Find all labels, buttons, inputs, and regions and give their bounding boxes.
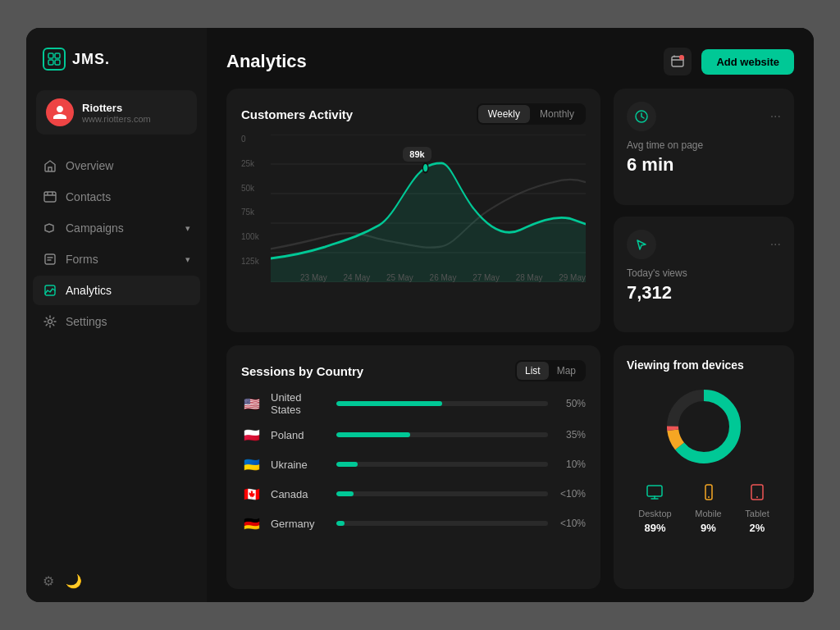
todays-views-card: ··· Today's views 7,312 (614, 217, 794, 333)
country-pct-de: <10% (556, 518, 586, 529)
profile-card[interactable]: Riotters www.riotters.com (36, 90, 197, 135)
toggle-map-btn[interactable]: Map (549, 362, 584, 380)
activity-chart: 125k 100k 75k 50k 25k 0 89k (241, 135, 586, 282)
cursor-icon-circle (627, 230, 656, 259)
country-name-ca: Canada (271, 488, 328, 500)
avatar (46, 98, 74, 126)
toggle-list-btn[interactable]: List (517, 362, 549, 380)
nav-label-contacts: Contacts (66, 190, 111, 203)
avg-time-header: ··· (627, 102, 781, 131)
country-row-pl: 🇵🇱 Poland 35% (241, 424, 586, 445)
svg-point-16 (422, 163, 428, 173)
svg-rect-6 (45, 285, 55, 295)
sidebar-item-forms[interactable]: Forms ▾ (33, 244, 200, 274)
x-label-24may: 24 May (344, 273, 371, 282)
devices-title: Viewing from devices (627, 358, 781, 372)
country-row-de: 🇩🇪 Germany <10% (241, 513, 586, 534)
sidebar: JMS. Riotters www.riotters.com (26, 28, 207, 602)
bar-fill-ua (336, 462, 358, 467)
views-more-btn[interactable]: ··· (770, 237, 781, 252)
profile-info: Riotters www.riotters.com (82, 102, 151, 124)
svg-rect-4 (44, 192, 56, 202)
chevron-campaigns-icon: ▾ (185, 223, 190, 234)
svg-rect-0 (48, 53, 53, 58)
x-label-25may: 25 May (386, 273, 413, 282)
mobile-icon (700, 483, 718, 505)
country-pct-ua: 10% (556, 459, 586, 470)
home-icon (43, 158, 57, 173)
add-website-button[interactable]: Add website (701, 49, 794, 75)
sessions-card: Sessions by Country List Map 🇺🇸 United S… (226, 345, 600, 589)
donut-chart (627, 381, 781, 472)
flag-pl: 🇵🇱 (241, 424, 262, 445)
svg-rect-1 (55, 53, 60, 58)
bar-fill-ca (336, 491, 354, 496)
flag-us: 🇺🇸 (241, 393, 262, 414)
country-pct-ca: <10% (556, 488, 586, 500)
country-row-ca: 🇨🇦 Canada <10% (241, 483, 586, 504)
y-label-25k: 25k (241, 159, 267, 168)
activity-card-header: Customers Activity Weekly Monthly (241, 103, 586, 125)
country-row-ua: 🇺🇦 Ukraine 10% (241, 454, 586, 475)
forms-icon (43, 252, 57, 267)
campaigns-icon (43, 221, 57, 235)
tab-monthly[interactable]: Monthly (530, 105, 584, 123)
nav-label-analytics: Analytics (66, 284, 112, 297)
devices-card: Viewing from devices (614, 345, 794, 589)
mobile-label: Mobile (695, 509, 721, 518)
tablet-pct: 2% (750, 522, 765, 534)
profile-name: Riotters (82, 102, 151, 114)
chart-svg-area: 89k (271, 135, 586, 282)
clock-icon-circle (627, 102, 656, 131)
chart-tooltip: 89k (403, 147, 431, 162)
bar-track-ca (336, 491, 548, 496)
country-pct-pl: 35% (556, 429, 586, 441)
svg-point-9 (679, 55, 684, 60)
mobile-pct: 9% (701, 522, 716, 534)
logo-icon (43, 48, 66, 71)
nav-label-settings: Settings (66, 315, 107, 328)
device-item-tablet: Tablet 2% (745, 483, 769, 534)
sidebar-item-contacts[interactable]: Contacts (33, 182, 200, 212)
device-legend: Desktop 89% Mobile 9% (627, 483, 781, 534)
stats-column: ··· Avg time on page 6 min ··· (614, 89, 794, 332)
tablet-label: Tablet (745, 509, 769, 518)
customers-activity-card: Customers Activity Weekly Monthly 125k 1… (226, 89, 600, 332)
nav-label-campaigns: Campaigns (66, 221, 124, 235)
x-axis-labels: 23 May 24 May 25 May 26 May 27 May 28 Ma… (300, 273, 586, 282)
desktop-label: Desktop (638, 509, 671, 518)
bar-track-us (336, 401, 548, 406)
y-label-50k: 50k (241, 184, 267, 193)
svg-rect-22 (647, 486, 662, 496)
y-label-75k: 75k (241, 208, 267, 217)
avg-time-more-btn[interactable]: ··· (770, 109, 781, 124)
main-panel: Analytics Add website Customers Activity (207, 28, 814, 602)
y-label-125k: 125k (241, 257, 267, 266)
bar-fill-us (336, 401, 442, 406)
svg-point-7 (48, 320, 52, 324)
sidebar-nav: Overview Contacts (26, 151, 207, 560)
bar-track-pl (336, 432, 548, 437)
desktop-pct: 89% (644, 522, 665, 534)
sidebar-item-settings[interactable]: Settings (33, 307, 200, 336)
y-label-0: 0 (241, 135, 267, 144)
analytics-icon (43, 283, 57, 298)
sidebar-item-campaigns[interactable]: Campaigns ▾ (33, 213, 200, 243)
notification-icon-btn[interactable] (664, 48, 692, 75)
x-label-27may: 27 May (472, 273, 500, 282)
chevron-forms-icon: ▾ (185, 254, 190, 265)
country-pct-us: 50% (556, 398, 586, 409)
sidebar-item-analytics[interactable]: Analytics (33, 276, 200, 305)
activity-card-title: Customers Activity (241, 107, 353, 121)
bar-fill-de (336, 521, 345, 526)
avg-time-label: Avg time on page (627, 139, 781, 151)
theme-settings-icon[interactable]: ⚙ (43, 573, 54, 589)
dark-mode-icon[interactable]: 🌙 (66, 573, 82, 589)
activity-tab-group: Weekly Monthly (477, 103, 586, 125)
country-row-us: 🇺🇸 United States 50% (241, 391, 586, 416)
tab-weekly[interactable]: Weekly (478, 105, 530, 123)
sidebar-logo: JMS. (26, 28, 207, 84)
sidebar-item-overview[interactable]: Overview (33, 151, 200, 180)
sidebar-footer: ⚙ 🌙 (26, 560, 207, 602)
sessions-header: Sessions by Country List Map (241, 360, 586, 381)
